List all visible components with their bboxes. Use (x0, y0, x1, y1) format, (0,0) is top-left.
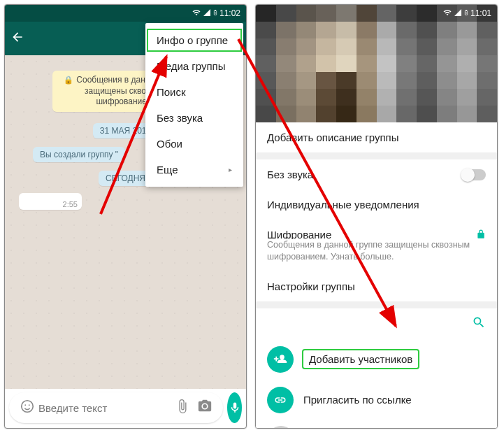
svg-rect-1 (215, 10, 215, 10)
row-encryption-sub: Сообщения в данной группе защищены сквоз… (256, 239, 497, 271)
row-add-participants[interactable]: Добавить участников (256, 339, 497, 380)
avatar (267, 426, 295, 428)
row-label: Добавить участников (303, 350, 418, 368)
row-add-description[interactable]: Добавить описание группы (256, 122, 497, 152)
link-icon (267, 387, 294, 413)
mic-button[interactable] (227, 392, 242, 423)
row-label: Пригласить по ссылке (303, 394, 412, 406)
menu-label: Поиск (157, 86, 186, 98)
phone-chat-screen: 11:02 🔒Сообщения в данной группе защищен… (4, 4, 247, 429)
attach-icon[interactable] (171, 399, 194, 418)
menu-item-group-info[interactable]: Инфо о группе (145, 27, 243, 53)
svg-point-3 (24, 404, 26, 406)
row-search-participants[interactable] (256, 308, 497, 339)
message-input-bar (9, 392, 242, 424)
svg-point-2 (22, 400, 34, 412)
row-mute[interactable]: Без звука (256, 159, 497, 190)
section-divider (256, 301, 497, 308)
participant-row[interactable] (256, 420, 497, 428)
row-label: Без звука (267, 169, 313, 180)
battery-icon (463, 8, 469, 20)
status-time: 11:02 (219, 8, 240, 18)
menu-item-search[interactable]: Поиск (145, 79, 243, 105)
row-label: Добавить описание группы (267, 131, 399, 143)
svg-rect-6 (466, 10, 466, 10)
row-invite-link[interactable]: Пригласить по ссылке (256, 380, 497, 420)
system-message-created: Вы создали группу " (33, 147, 125, 162)
menu-item-mute[interactable]: Без звука (145, 105, 243, 131)
status-bar: 11:02 (5, 5, 246, 22)
message-input-container[interactable] (9, 392, 223, 423)
message-bubble[interactable]: 2:55 (19, 193, 82, 210)
back-icon[interactable] (10, 30, 24, 47)
row-label: Индивидуальные уведомления (267, 199, 419, 211)
wifi-icon (442, 8, 452, 19)
message-time: 2:55 (63, 200, 78, 208)
row-individual-notifications[interactable]: Индивидуальные уведомления (256, 190, 497, 220)
menu-item-more[interactable]: Еще▸ (145, 157, 243, 183)
group-header-image[interactable] (256, 5, 497, 122)
camera-icon[interactable] (194, 399, 216, 418)
menu-label: Без звука (157, 112, 203, 124)
row-label: Настройки группы (267, 280, 355, 292)
add-person-icon (267, 346, 294, 373)
status-time: 11:01 (470, 8, 491, 18)
svg-point-4 (29, 404, 30, 406)
group-settings-list: Добавить описание группы Без звука Индив… (256, 122, 497, 428)
menu-label: Инфо о группе (157, 34, 228, 46)
menu-label: Медиа группы (157, 60, 226, 72)
menu-item-group-media[interactable]: Медиа группы (145, 53, 243, 79)
message-input[interactable] (38, 402, 171, 414)
phone-group-info-screen: 11:01 Добавить описание группы Без звука… (255, 4, 498, 429)
wifi-icon (192, 8, 201, 19)
signal-icon (454, 8, 462, 19)
menu-label: Еще (157, 164, 178, 176)
menu-label: Обои (157, 138, 182, 150)
overflow-menu: Инфо о группе Медиа группы Поиск Без зву… (145, 23, 243, 187)
search-icon[interactable] (472, 320, 486, 331)
battery-icon (213, 8, 218, 20)
status-bar: 11:01 (256, 5, 497, 22)
section-divider (256, 152, 497, 159)
menu-item-wallpaper[interactable]: Обои (145, 131, 243, 157)
signal-icon (203, 8, 211, 19)
date-separator-today: СЕГОДНЯ (99, 171, 152, 186)
lock-icon: 🔒 (64, 76, 73, 84)
chevron-right-icon: ▸ (229, 166, 232, 173)
emoji-icon[interactable] (16, 399, 38, 418)
mute-toggle[interactable] (462, 169, 486, 180)
row-group-settings[interactable]: Настройки группы (256, 271, 497, 301)
